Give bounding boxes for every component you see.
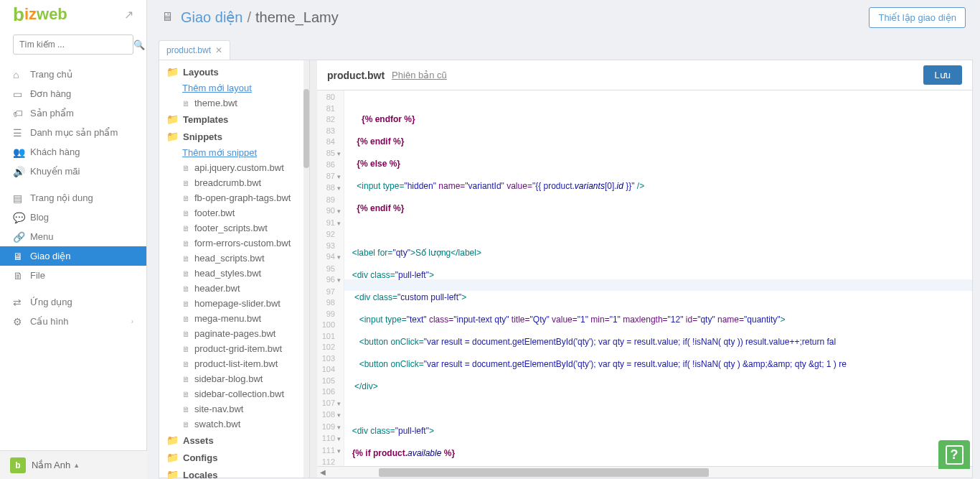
scroll-left-icon[interactable]: ◀ [317,468,329,476]
nav-label: Trang chủ [30,69,72,80]
code-area[interactable]: {% endfor %} {% endif %} {% else %} <inp… [344,90,972,466]
version-link[interactable]: Phiên bản cũ [392,70,447,80]
folder-configs[interactable]: 📁Configs [159,449,309,466]
user-bar[interactable]: b Nắm Anh ▲ [0,450,147,479]
file-icon: 🗎 [182,179,190,187]
tree-scrollbar[interactable] [303,60,309,478]
tree-file[interactable]: 🗎fb-open-graph-tags.bwt [159,190,309,205]
search-button[interactable]: 🔍 [133,39,145,50]
add-layout-link[interactable]: Thêm mới layout [159,80,309,96]
file-icon: 🗎 [182,224,190,233]
save-button[interactable]: Lưu [923,65,962,85]
close-icon[interactable]: ✕ [215,45,222,55]
scrollbar-thumb[interactable] [303,89,309,168]
tree-file[interactable]: 🗎product-grid-item.bwt [159,341,309,356]
nav-label: Giao diện [30,251,70,261]
logo-bar: bizweb ↗ [0,0,146,29]
chat-icon: 💬 [13,212,30,223]
tag-icon: 🏷 [13,108,30,119]
tree-file[interactable]: 🗎footer.bwt [159,205,309,220]
nav-label: Khách hàng [30,147,80,157]
nav-theme[interactable]: 🖥Giao diện [0,246,146,266]
logo[interactable]: bizweb [13,4,67,26]
tree-file[interactable]: 🗎paginate-pages.bwt [159,326,309,341]
file-icon: 🗎 [182,330,190,338]
scroll-track[interactable] [329,468,972,477]
file-icon: 🗎 [182,284,190,293]
file-tree: 📁Layouts Thêm mới layout 🗎theme.bwt 📁Tem… [159,60,310,478]
page-icon: ▤ [13,192,30,204]
nav-promotions[interactable]: 🔊Khuyến mãi [0,162,146,181]
editor-title: product.bwt [327,70,385,81]
file-icon: 🗎 [182,315,190,323]
folder-assets[interactable]: 📁Assets [159,432,309,449]
search-input[interactable] [14,39,133,50]
tree-file[interactable]: 🗎api.jquery.custom.bwt [159,160,309,175]
nav-catalog[interactable]: ☰Danh mục sản phẩm [0,123,146,142]
tree-file[interactable]: 🗎head_scripts.bwt [159,251,309,266]
list-icon: ☰ [13,127,30,139]
tree-file[interactable]: 🗎sidebar-collection.bwt [159,386,309,401]
tree-file[interactable]: 🗎swatch.bwt [159,417,309,432]
folder-icon: 📁 [166,113,179,125]
nav-label: File [30,270,45,281]
file-tab[interactable]: product.bwt ✕ [159,40,230,60]
editor-header: product.bwt Phiên bản cũ Lưu [317,60,972,90]
tree-file[interactable]: 🗎sidebar-blog.bwt [159,371,309,386]
line-gutter: 808182838485▾8687▾88▾8990▾91▾929394▾9596… [317,90,344,466]
file-icon: 🗎 [182,299,190,308]
tree-file[interactable]: 🗎header.bwt [159,281,309,296]
file-icon: 🗎 [182,405,190,414]
tree-file[interactable]: 🗎form-errors-custom.bwt [159,236,309,251]
topbar: 🖥 Giao diện / theme_Lamy Thiết lập giao … [147,0,980,34]
nav-settings[interactable]: ⚙Cấu hình› [0,312,146,331]
chevron-right-icon: › [131,317,133,325]
tree-file[interactable]: 🗎footer_scripts.bwt [159,220,309,236]
scrollbar-thumb[interactable] [379,468,709,477]
link-icon: 🔗 [13,231,30,243]
tree-file[interactable]: 🗎homepage-slider.bwt [159,296,309,311]
tree-file[interactable]: 🗎theme.bwt [159,96,309,111]
tree-file[interactable]: 🗎mega-menu.bwt [159,311,309,326]
breadcrumb-link[interactable]: Giao diện [181,9,243,26]
nav-orders[interactable]: ▭Đơn hàng [0,84,146,103]
horizontal-scrollbar[interactable]: ◀ [317,466,972,478]
nav-home[interactable]: ⌂Trang chủ [0,65,146,84]
nav-customers[interactable]: 👥Khách hàng [0,142,146,162]
nav-pages[interactable]: ▤Trang nội dung [0,188,146,208]
folder-locales[interactable]: 📁Locales [159,466,309,479]
file-tab-label: product.bwt [166,45,211,55]
folder-icon: 📁 [166,452,179,463]
logo-web: web [37,5,67,24]
file-icon: 🗎 [182,390,190,399]
tree-file[interactable]: 🗎site-nav.bwt [159,401,309,417]
external-link-icon[interactable]: ↗ [124,8,133,22]
file-icon: 🗎 [182,239,190,248]
nav-blog[interactable]: 💬Blog [0,208,146,227]
setup-theme-button[interactable]: Thiết lập giao diện [869,7,966,28]
folder-snippets[interactable]: 📁Snippets [159,128,309,145]
folder-icon: 📁 [166,434,179,446]
nav-label: Menu [30,231,54,242]
avatar: b [10,457,26,473]
file-icon: 🗎 [182,194,190,203]
tree-file[interactable]: 🗎breadcrumb.bwt [159,175,309,190]
tree-file[interactable]: 🗎product-list-item.bwt [159,356,309,371]
nav-label: Đơn hàng [30,88,71,99]
apps-icon: ⇄ [13,297,30,308]
nav-apps[interactable]: ⇄Ứng dụng [0,292,146,312]
home-icon: ⌂ [13,69,30,80]
folder-templates[interactable]: 📁Templates [159,111,309,128]
add-snippet-link[interactable]: Thêm mới snippet [159,145,309,160]
nav-products[interactable]: 🏷Sản phẩm [0,103,146,123]
folder-layouts[interactable]: 📁Layouts [159,63,309,80]
folder-icon: 📁 [166,469,179,479]
file-icon: 🗎 [182,345,190,353]
nav-file[interactable]: 🗎File [0,266,146,285]
speaker-icon: 🔊 [13,166,30,177]
code-editor[interactable]: 808182838485▾8687▾88▾8990▾91▾929394▾9596… [317,90,972,466]
breadcrumb-current: theme_Lamy [255,9,339,26]
user-name: Nắm Anh [32,460,70,470]
tree-file[interactable]: 🗎head_styles.bwt [159,266,309,281]
nav-menu[interactable]: 🔗Menu [0,227,146,246]
